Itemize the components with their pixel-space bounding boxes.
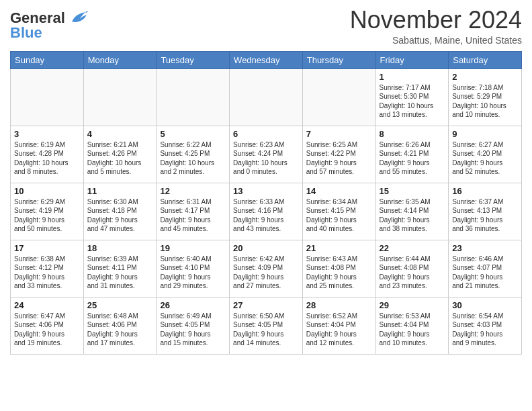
day-number: 12 <box>160 186 226 196</box>
calendar-day-cell: 27Sunrise: 6:50 AM Sunset: 4:05 PM Dayli… <box>230 297 303 354</box>
calendar-day-cell <box>302 68 375 126</box>
calendar-day-cell: 12Sunrise: 6:31 AM Sunset: 4:17 PM Dayli… <box>157 183 230 240</box>
day-info: Sunrise: 6:23 AM Sunset: 4:24 PM Dayligh… <box>233 140 299 177</box>
day-info: Sunrise: 6:47 AM Sunset: 4:06 PM Dayligh… <box>14 312 80 348</box>
calendar-day-cell: 24Sunrise: 6:47 AM Sunset: 4:06 PM Dayli… <box>11 297 84 354</box>
logo-blue-text: Blue <box>10 24 42 42</box>
day-number: 18 <box>87 243 153 253</box>
header-tuesday: Tuesday <box>157 51 230 68</box>
header-monday: Monday <box>83 51 157 68</box>
day-number: 24 <box>14 300 80 310</box>
day-info: Sunrise: 6:43 AM Sunset: 4:08 PM Dayligh… <box>306 255 372 291</box>
day-number: 7 <box>306 129 372 139</box>
calendar-day-cell: 9Sunrise: 6:27 AM Sunset: 4:20 PM Daylig… <box>449 126 522 183</box>
location-subtitle: Sabattus, Maine, United States <box>350 35 522 46</box>
day-number: 5 <box>160 129 226 139</box>
calendar-day-cell: 6Sunrise: 6:23 AM Sunset: 4:24 PM Daylig… <box>230 126 303 183</box>
calendar-day-cell: 19Sunrise: 6:40 AM Sunset: 4:10 PM Dayli… <box>157 240 230 297</box>
day-number: 17 <box>14 243 80 253</box>
day-info: Sunrise: 6:44 AM Sunset: 4:08 PM Dayligh… <box>380 255 445 291</box>
calendar-day-cell: 23Sunrise: 6:46 AM Sunset: 4:07 PM Dayli… <box>449 240 522 297</box>
day-number: 1 <box>380 72 445 82</box>
month-title: November 2024 <box>350 7 522 34</box>
day-info: Sunrise: 6:26 AM Sunset: 4:21 PM Dayligh… <box>380 140 445 177</box>
day-number: 21 <box>306 243 372 253</box>
calendar-day-cell: 10Sunrise: 6:29 AM Sunset: 4:19 PM Dayli… <box>11 183 84 240</box>
calendar-day-cell: 25Sunrise: 6:48 AM Sunset: 4:06 PM Dayli… <box>83 297 157 354</box>
day-number: 14 <box>306 186 372 196</box>
calendar-day-cell: 1Sunrise: 7:17 AM Sunset: 5:30 PM Daylig… <box>375 68 449 126</box>
calendar-day-cell: 7Sunrise: 6:25 AM Sunset: 4:22 PM Daylig… <box>302 126 375 183</box>
calendar-day-cell: 13Sunrise: 6:33 AM Sunset: 4:16 PM Dayli… <box>230 183 303 240</box>
day-info: Sunrise: 6:27 AM Sunset: 4:20 PM Dayligh… <box>452 140 518 177</box>
day-info: Sunrise: 6:49 AM Sunset: 4:05 PM Dayligh… <box>160 312 226 348</box>
day-info: Sunrise: 6:29 AM Sunset: 4:19 PM Dayligh… <box>14 197 80 234</box>
calendar-day-cell: 17Sunrise: 6:38 AM Sunset: 4:12 PM Dayli… <box>11 240 84 297</box>
calendar-week-row: 3Sunrise: 6:19 AM Sunset: 4:28 PM Daylig… <box>11 126 522 183</box>
calendar-day-cell: 30Sunrise: 6:54 AM Sunset: 4:03 PM Dayli… <box>449 297 522 354</box>
day-number: 19 <box>160 243 226 253</box>
calendar-day-cell: 2Sunrise: 7:18 AM Sunset: 5:29 PM Daylig… <box>449 68 522 126</box>
day-info: Sunrise: 6:37 AM Sunset: 4:13 PM Dayligh… <box>452 197 518 234</box>
calendar-header-row: Sunday Monday Tuesday Wednesday Thursday… <box>11 51 522 68</box>
day-info: Sunrise: 6:22 AM Sunset: 4:25 PM Dayligh… <box>160 140 226 177</box>
header-saturday: Saturday <box>449 51 522 68</box>
calendar-day-cell: 26Sunrise: 6:49 AM Sunset: 4:05 PM Dayli… <box>157 297 230 354</box>
day-info: Sunrise: 6:33 AM Sunset: 4:16 PM Dayligh… <box>233 197 299 234</box>
day-info: Sunrise: 6:50 AM Sunset: 4:05 PM Dayligh… <box>233 312 299 348</box>
title-area: November 2024 Sabattus, Maine, United St… <box>350 7 522 46</box>
header: General Blue November 2024 Sabattus, Mai… <box>10 7 522 46</box>
day-info: Sunrise: 6:40 AM Sunset: 4:10 PM Dayligh… <box>160 255 226 291</box>
day-number: 13 <box>233 186 299 196</box>
day-number: 10 <box>14 186 80 196</box>
day-info: Sunrise: 6:53 AM Sunset: 4:04 PM Dayligh… <box>380 312 445 348</box>
day-number: 15 <box>380 186 445 196</box>
day-info: Sunrise: 6:35 AM Sunset: 4:14 PM Dayligh… <box>380 197 445 234</box>
day-number: 20 <box>233 243 299 253</box>
day-number: 3 <box>14 129 80 139</box>
calendar-day-cell: 21Sunrise: 6:43 AM Sunset: 4:08 PM Dayli… <box>302 240 375 297</box>
calendar-week-row: 1Sunrise: 7:17 AM Sunset: 5:30 PM Daylig… <box>11 68 522 126</box>
day-info: Sunrise: 6:19 AM Sunset: 4:28 PM Dayligh… <box>14 140 80 177</box>
day-number: 11 <box>87 186 153 196</box>
header-thursday: Thursday <box>302 51 375 68</box>
day-info: Sunrise: 6:31 AM Sunset: 4:17 PM Dayligh… <box>160 197 226 234</box>
day-info: Sunrise: 6:38 AM Sunset: 4:12 PM Dayligh… <box>14 255 80 291</box>
calendar-day-cell: 28Sunrise: 6:52 AM Sunset: 4:04 PM Dayli… <box>302 297 375 354</box>
header-wednesday: Wednesday <box>230 51 303 68</box>
day-number: 30 <box>452 300 518 310</box>
calendar-day-cell: 3Sunrise: 6:19 AM Sunset: 4:28 PM Daylig… <box>11 126 84 183</box>
calendar-day-cell: 18Sunrise: 6:39 AM Sunset: 4:11 PM Dayli… <box>83 240 157 297</box>
calendar-day-cell: 5Sunrise: 6:22 AM Sunset: 4:25 PM Daylig… <box>157 126 230 183</box>
calendar-day-cell <box>157 68 230 126</box>
day-number: 2 <box>452 72 518 82</box>
day-number: 22 <box>380 243 445 253</box>
calendar-day-cell <box>230 68 303 126</box>
day-number: 16 <box>452 186 518 196</box>
day-info: Sunrise: 7:17 AM Sunset: 5:30 PM Dayligh… <box>380 83 445 120</box>
day-info: Sunrise: 6:54 AM Sunset: 4:03 PM Dayligh… <box>452 312 518 348</box>
calendar-day-cell: 22Sunrise: 6:44 AM Sunset: 4:08 PM Dayli… <box>375 240 449 297</box>
day-number: 26 <box>160 300 226 310</box>
day-info: Sunrise: 6:21 AM Sunset: 4:26 PM Dayligh… <box>87 140 153 177</box>
day-info: Sunrise: 6:48 AM Sunset: 4:06 PM Dayligh… <box>87 312 153 348</box>
calendar-day-cell: 14Sunrise: 6:34 AM Sunset: 4:15 PM Dayli… <box>302 183 375 240</box>
day-number: 8 <box>380 129 445 139</box>
calendar-day-cell: 8Sunrise: 6:26 AM Sunset: 4:21 PM Daylig… <box>375 126 449 183</box>
calendar-day-cell <box>83 68 157 126</box>
day-number: 25 <box>87 300 153 310</box>
day-number: 4 <box>87 129 153 139</box>
calendar-day-cell: 29Sunrise: 6:53 AM Sunset: 4:04 PM Dayli… <box>375 297 449 354</box>
calendar-day-cell: 20Sunrise: 6:42 AM Sunset: 4:09 PM Dayli… <box>230 240 303 297</box>
day-info: Sunrise: 7:18 AM Sunset: 5:29 PM Dayligh… <box>452 83 518 120</box>
day-number: 9 <box>452 129 518 139</box>
day-info: Sunrise: 6:42 AM Sunset: 4:09 PM Dayligh… <box>233 255 299 291</box>
calendar-week-row: 24Sunrise: 6:47 AM Sunset: 4:06 PM Dayli… <box>11 297 522 354</box>
day-info: Sunrise: 6:39 AM Sunset: 4:11 PM Dayligh… <box>87 255 153 291</box>
calendar-week-row: 17Sunrise: 6:38 AM Sunset: 4:12 PM Dayli… <box>11 240 522 297</box>
day-number: 23 <box>452 243 518 253</box>
day-info: Sunrise: 6:34 AM Sunset: 4:15 PM Dayligh… <box>306 197 372 234</box>
calendar-day-cell <box>11 68 84 126</box>
day-info: Sunrise: 6:46 AM Sunset: 4:07 PM Dayligh… <box>452 255 518 291</box>
day-number: 6 <box>233 129 299 139</box>
